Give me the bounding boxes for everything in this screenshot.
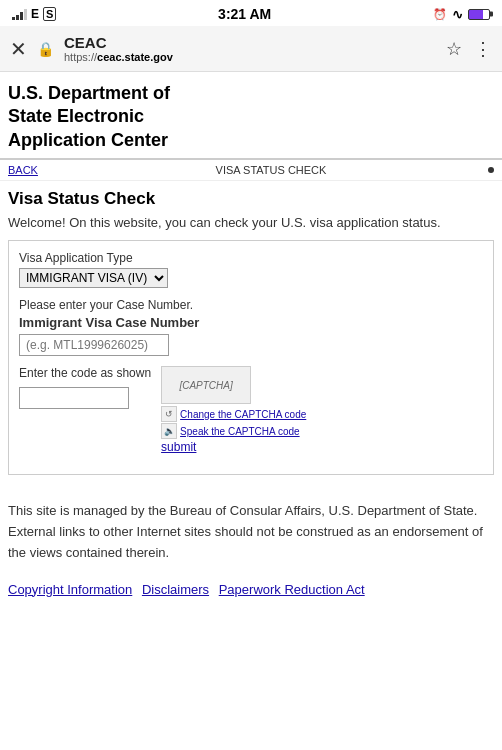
alarm-icon: ⏰ — [433, 8, 447, 21]
browser-url: https://ceac.state.gov — [64, 51, 173, 63]
address-bar[interactable]: CEAC https://ceac.state.gov — [64, 34, 436, 63]
breadcrumb-dot — [488, 167, 494, 173]
captcha-alt-text: [CAPTCHA] — [179, 380, 232, 391]
signal-area: E S — [12, 7, 56, 21]
disclaimers-link[interactable]: Disclaimers — [142, 582, 209, 597]
status-bar: E S 3:21 AM ⏰ ∿ — [0, 0, 502, 26]
more-options-button[interactable]: ⋮ — [474, 38, 492, 60]
case-number-label: Immigrant Visa Case Number — [19, 315, 483, 330]
bookmark-button[interactable]: ☆ — [446, 38, 462, 60]
visa-type-select[interactable]: IMMIGRANT VISA (IV) — [19, 268, 168, 288]
captcha-enter-label: Enter the code as shown — [19, 366, 151, 380]
case-number-input[interactable] — [19, 334, 169, 356]
speak-captcha-row: 🔈 Speak the CAPTCHA code — [161, 423, 306, 439]
visa-status-form: Visa Application Type IMMIGRANT VISA (IV… — [8, 240, 494, 475]
lock-icon: 🔒 — [37, 41, 54, 57]
breadcrumb-current: VISA STATUS CHECK — [54, 164, 488, 176]
page-title: Visa Status Check — [8, 189, 494, 209]
browser-toolbar: ✕ 🔒 CEAC https://ceac.state.gov ☆ ⋮ — [0, 26, 502, 72]
captcha-image-area: [CAPTCHA] ↺ Change the CAPTCHA code 🔈 Sp… — [161, 366, 306, 454]
clock: 3:21 AM — [218, 6, 271, 22]
carrier-label: E — [31, 7, 39, 21]
captcha-group: Enter the code as shown [CAPTCHA] ↺ Chan… — [19, 366, 483, 454]
visa-type-select-wrapper[interactable]: IMMIGRANT VISA (IV) — [19, 268, 483, 288]
browser-site-title: CEAC — [64, 34, 107, 51]
change-captcha-label[interactable]: Change the CAPTCHA code — [180, 409, 306, 420]
signal-bars-icon — [12, 8, 27, 20]
footer-links: Copyright Information Disclaimers Paperw… — [0, 574, 502, 617]
speak-captcha-label[interactable]: Speak the CAPTCHA code — [180, 426, 300, 437]
speaker-icon[interactable]: 🔈 — [161, 423, 177, 439]
url-domain: ceac.state.gov — [97, 51, 173, 63]
footer-text: This site is managed by the Bureau of Co… — [0, 497, 502, 573]
browser-action-icons: ☆ ⋮ — [446, 38, 492, 60]
case-number-hint — [19, 334, 483, 356]
captcha-options: ↺ Change the CAPTCHA code 🔈 Speak the CA… — [161, 406, 306, 454]
status-right-area: ⏰ ∿ — [433, 7, 490, 22]
captcha-row: Enter the code as shown [CAPTCHA] ↺ Chan… — [19, 366, 483, 454]
paperwork-link[interactable]: Paperwork Reduction Act — [219, 582, 365, 597]
wifi-icon: ∿ — [452, 7, 463, 22]
back-link[interactable]: BACK — [8, 164, 38, 176]
page-intro: Welcome! On this website, you can check … — [8, 215, 494, 230]
captcha-input[interactable] — [19, 387, 129, 409]
submit-button[interactable]: submit — [161, 440, 196, 454]
refresh-icon[interactable]: ↺ — [161, 406, 177, 422]
submit-row[interactable]: submit — [161, 440, 306, 454]
close-tab-button[interactable]: ✕ — [10, 39, 27, 59]
captcha-image: [CAPTCHA] — [161, 366, 251, 404]
breadcrumb: BACK VISA STATUS CHECK — [0, 160, 502, 181]
visa-type-label: Visa Application Type — [19, 251, 483, 265]
url-prefix: https:// — [64, 51, 97, 63]
copyright-link[interactable]: Copyright Information — [8, 582, 132, 597]
case-number-prompt-group: Please enter your Case Number. Immigrant… — [19, 298, 483, 356]
change-captcha-row: ↺ Change the CAPTCHA code — [161, 406, 306, 422]
captcha-input-area: Enter the code as shown — [19, 366, 151, 409]
case-number-prompt: Please enter your Case Number. — [19, 298, 483, 312]
site-title: U.S. Department ofState ElectronicApplic… — [8, 82, 494, 152]
site-header: U.S. Department ofState ElectronicApplic… — [0, 72, 502, 160]
sim-icon: S — [43, 7, 56, 21]
battery-icon — [468, 9, 490, 20]
visa-type-group: Visa Application Type IMMIGRANT VISA (IV… — [19, 251, 483, 288]
main-content: Visa Status Check Welcome! On this websi… — [0, 181, 502, 497]
